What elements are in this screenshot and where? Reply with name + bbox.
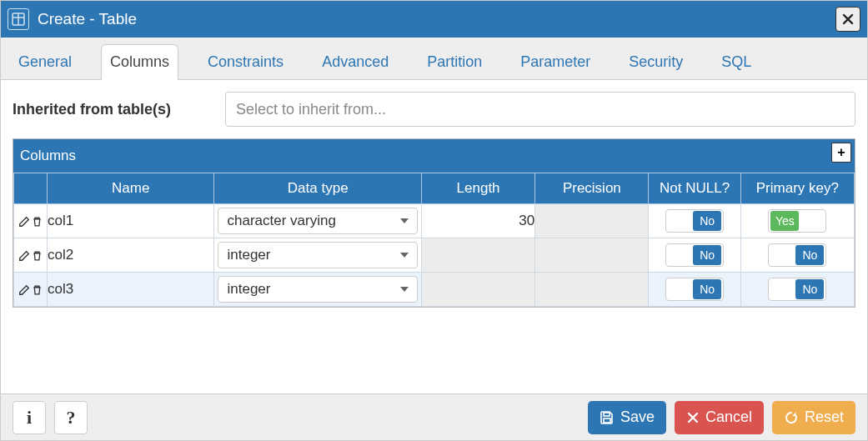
help-button[interactable]: ? bbox=[54, 401, 88, 434]
datatype-select[interactable]: integer bbox=[218, 242, 417, 268]
delete-icon[interactable] bbox=[31, 213, 43, 228]
inherit-input[interactable] bbox=[225, 92, 855, 127]
save-icon bbox=[600, 410, 615, 425]
cancel-label: Cancel bbox=[705, 408, 752, 426]
reset-button[interactable]: Reset bbox=[772, 401, 855, 434]
info-button[interactable]: i bbox=[13, 401, 46, 434]
table-row: col2integerNoNo bbox=[14, 238, 855, 273]
svg-rect-3 bbox=[604, 413, 610, 416]
tab-columns[interactable]: Columns bbox=[101, 44, 178, 80]
toggle-yes[interactable]: Yes bbox=[768, 209, 826, 233]
th-name: Name bbox=[48, 173, 214, 204]
dialog-title: Create - Table bbox=[38, 10, 835, 28]
th-notnull: Not NULL? bbox=[649, 173, 740, 204]
col-name[interactable]: col3 bbox=[48, 273, 214, 307]
col-name[interactable]: col2 bbox=[48, 238, 214, 273]
toggle-no[interactable]: No bbox=[768, 278, 826, 301]
tab-bar: GeneralColumnsConstraintsAdvancedPartiti… bbox=[1, 38, 867, 80]
delete-icon[interactable] bbox=[31, 248, 43, 262]
tab-advanced[interactable]: Advanced bbox=[313, 44, 398, 79]
columns-panel: Columns + Name Data type Length Precisio… bbox=[13, 138, 855, 308]
datatype-select[interactable]: character varying bbox=[218, 208, 417, 234]
inherit-label: Inherited from table(s) bbox=[13, 101, 225, 118]
edit-icon[interactable] bbox=[18, 248, 31, 262]
th-dtype: Data type bbox=[214, 173, 421, 204]
th-precision: Precision bbox=[535, 173, 649, 204]
col-notnull: No bbox=[649, 204, 740, 238]
th-pk: Primary key? bbox=[740, 173, 854, 204]
dialog-footer: i ? Save Cancel Reset bbox=[1, 393, 867, 440]
columns-panel-header: Columns + bbox=[13, 139, 855, 173]
col-precision bbox=[535, 238, 649, 273]
col-notnull: No bbox=[649, 238, 740, 273]
save-button[interactable]: Save bbox=[588, 401, 666, 434]
col-length bbox=[421, 273, 534, 307]
table-row: col1character varying30NoYes bbox=[14, 204, 855, 238]
tab-general[interactable]: General bbox=[9, 44, 81, 79]
columns-table: Name Data type Length Precision Not NULL… bbox=[13, 173, 855, 307]
tab-sql[interactable]: SQL bbox=[712, 44, 760, 79]
columns-panel-title: Columns bbox=[20, 148, 76, 164]
chevron-down-icon bbox=[400, 218, 409, 223]
chevron-down-icon bbox=[400, 253, 409, 258]
tab-constraints[interactable]: Constraints bbox=[198, 44, 293, 79]
col-name[interactable]: col1 bbox=[48, 204, 214, 238]
toggle-no[interactable]: No bbox=[665, 243, 724, 267]
datatype-select[interactable]: integer bbox=[218, 276, 417, 303]
cancel-icon bbox=[686, 411, 700, 424]
th-length: Length bbox=[421, 173, 534, 204]
tab-partition[interactable]: Partition bbox=[418, 44, 491, 79]
table-row: col3integerNoNo bbox=[14, 273, 855, 307]
col-pk: No bbox=[740, 238, 854, 273]
toggle-no[interactable]: No bbox=[768, 243, 826, 267]
reset-label: Reset bbox=[805, 408, 844, 426]
col-notnull: No bbox=[649, 273, 740, 307]
table-icon bbox=[8, 8, 29, 30]
col-precision bbox=[535, 204, 649, 238]
toggle-no[interactable]: No bbox=[665, 278, 724, 301]
cancel-button[interactable]: Cancel bbox=[675, 401, 764, 434]
add-column-button[interactable]: + bbox=[831, 143, 851, 163]
reset-icon bbox=[784, 410, 799, 425]
col-precision bbox=[535, 273, 649, 307]
delete-icon[interactable] bbox=[31, 282, 43, 296]
edit-icon[interactable] bbox=[18, 282, 31, 296]
tab-parameter[interactable]: Parameter bbox=[511, 44, 600, 79]
close-icon[interactable] bbox=[835, 7, 860, 32]
th-actions bbox=[14, 173, 48, 204]
dialog-titlebar: Create - Table bbox=[1, 1, 867, 38]
col-length bbox=[421, 238, 534, 273]
svg-rect-4 bbox=[604, 418, 610, 423]
tab-security[interactable]: Security bbox=[620, 44, 692, 79]
dialog-body: Inherited from table(s) Columns + Name D… bbox=[1, 80, 867, 393]
save-label: Save bbox=[620, 408, 655, 426]
chevron-down-icon bbox=[400, 287, 409, 292]
edit-icon[interactable] bbox=[18, 213, 31, 228]
toggle-no[interactable]: No bbox=[665, 209, 724, 233]
col-length[interactable]: 30 bbox=[421, 204, 534, 238]
col-pk: Yes bbox=[740, 204, 854, 238]
col-pk: No bbox=[740, 273, 854, 307]
